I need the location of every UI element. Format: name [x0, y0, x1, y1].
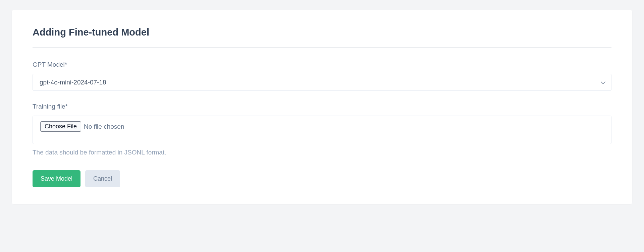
training-file-input[interactable]: Choose File No file chosen [33, 116, 611, 144]
save-button[interactable]: Save Model [33, 170, 80, 187]
divider [33, 47, 611, 48]
gpt-model-group: GPT Model* gpt-4o-mini-2024-07-18 [33, 61, 611, 91]
gpt-model-select[interactable]: gpt-4o-mini-2024-07-18 [33, 74, 611, 91]
file-status-text: No file chosen [84, 123, 124, 130]
gpt-model-label: GPT Model* [33, 61, 611, 68]
page-title: Adding Fine-tuned Model [33, 27, 611, 38]
training-file-label: Training file* [33, 103, 611, 110]
training-file-helper: The data should be formatted in JSONL fo… [33, 149, 611, 156]
action-buttons: Save Model Cancel [33, 170, 611, 187]
form-card: Adding Fine-tuned Model GPT Model* gpt-4… [12, 10, 632, 204]
choose-file-button[interactable]: Choose File [40, 121, 81, 132]
training-file-group: Training file* Choose File No file chose… [33, 103, 611, 156]
cancel-button[interactable]: Cancel [85, 170, 120, 187]
gpt-model-select-wrapper: gpt-4o-mini-2024-07-18 [33, 74, 611, 91]
